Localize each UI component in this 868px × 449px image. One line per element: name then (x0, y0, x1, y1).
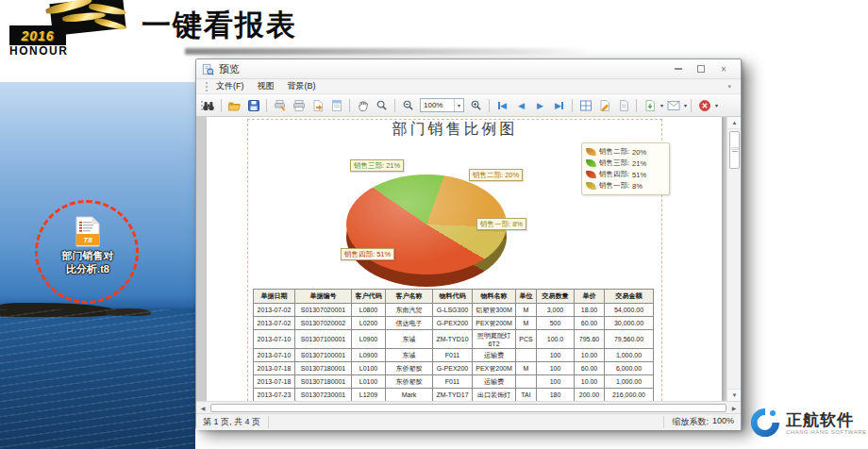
scroll-left-icon[interactable]: ◀ (196, 402, 209, 413)
maximize-button[interactable] (690, 62, 712, 76)
page-setup-button[interactable] (327, 96, 345, 114)
single-page-icon (617, 99, 630, 112)
last-page-button[interactable]: ▶ (550, 96, 568, 114)
zoom-window-button[interactable] (373, 96, 391, 114)
page-title: 一键看报表 (142, 6, 297, 45)
single-page-button[interactable] (614, 96, 632, 114)
open-folder-icon (227, 99, 242, 112)
open-button[interactable] (225, 96, 243, 114)
pie-callout-sales4: 销售四部: 51% (341, 248, 394, 260)
multipage-view-button[interactable] (576, 96, 594, 114)
vendor-name: 正航软件 (786, 411, 867, 429)
table-row: 2013-07-10S01307100001L0900东诚ZM-TYD10照明庭… (254, 330, 654, 349)
first-page-icon (498, 102, 500, 109)
horizontal-scroll-thumb[interactable] (210, 404, 726, 412)
page-setup-icon (330, 99, 343, 112)
menu-view[interactable]: 视图 (258, 80, 275, 92)
vendor-logo: 正航软件 CHANG HANG SOFTWARE (749, 407, 867, 439)
close-dropdown-icon[interactable]: ▾ (715, 102, 718, 108)
highlight-annotation-circle (35, 200, 139, 304)
close-icon: × (721, 64, 726, 75)
menu-background[interactable]: 背景(B) (288, 80, 316, 92)
toolbar-separator (636, 99, 637, 112)
zoom-out-button[interactable] (399, 96, 417, 114)
report-title: 部门销售比例图 (247, 120, 662, 140)
toolbar-separator (349, 99, 350, 112)
email-icon (667, 100, 680, 111)
toolbar: 100% ▾ ◀ ◀ ▶ ▶ ▾ ▾ ▾ (196, 94, 741, 117)
find-icon (202, 99, 215, 112)
scroll-up-icon[interactable]: ▲ (727, 117, 741, 129)
pan-button[interactable] (354, 96, 372, 114)
legend-item: 销售二部:20% (586, 146, 665, 158)
window-titlebar: 预览 × (196, 59, 741, 79)
email-button[interactable] (664, 96, 682, 114)
save-button[interactable] (244, 96, 262, 114)
event-logo: 2016 HONOUR (8, 0, 140, 57)
close-button[interactable]: × (712, 62, 735, 76)
window-shadow (185, 48, 591, 55)
logo-word: HONOUR (9, 44, 68, 58)
first-page-button[interactable]: ◀ (493, 96, 511, 114)
pan-hand-icon (357, 99, 370, 112)
vertical-scrollbar[interactable]: ▲ ▼ (726, 117, 741, 401)
toolbar-grip (206, 82, 209, 91)
quick-print-button[interactable] (309, 96, 326, 114)
logo-year-box: 2016 (9, 25, 66, 45)
toolbar-separator (221, 99, 222, 112)
next-page-button[interactable]: ▶ (531, 96, 549, 114)
print-setup-button[interactable] (271, 96, 289, 114)
next-page-icon: ▶ (537, 101, 543, 110)
print-icon (292, 99, 306, 112)
scroll-down-icon[interactable]: ▼ (727, 389, 741, 401)
edit-watermark-button[interactable] (595, 96, 613, 114)
menu-file[interactable]: 文件(F) (216, 80, 244, 92)
maximize-icon (697, 65, 705, 73)
logo-year: 2016 (21, 28, 54, 43)
export-dropdown-icon[interactable]: ▾ (660, 102, 663, 108)
table-row: 2013-07-23S01307230001L1209MarkZM-TYD17出… (254, 389, 654, 402)
menu-bar: 文件(F) 视图 背景(B) ▾ (196, 79, 741, 94)
zoom-factor-value: 100% (712, 416, 734, 428)
print-button[interactable] (290, 96, 308, 114)
toolbar-separator (572, 99, 573, 112)
export-button[interactable] (641, 96, 659, 114)
zoom-window-icon (376, 99, 388, 111)
chart-legend: 销售二部:20% 销售三部:21% 销售四部:51% 销售一部:8% (581, 142, 670, 195)
report-page: 部门销售比例图 销售二部:20% 销售三部:21% 销售四部:51% 销售一部:… (207, 117, 722, 401)
scroll-right-icon[interactable]: ▶ (727, 402, 741, 413)
zoom-in-icon (470, 99, 482, 111)
legend-swatch-orange (586, 148, 596, 156)
export-icon (643, 99, 657, 112)
table-row: 2013-07-10S01307100001L0900东诚F011运输费1001… (254, 349, 654, 362)
menu-overflow-icon[interactable]: ▾ (727, 83, 731, 91)
table-header-row: 单据日期单据编号客户代码客户名称物料代码物料名称单位交易数量单价交易金额 (254, 290, 654, 304)
pie-callout-sales2: 销售二部: 20% (469, 169, 523, 181)
zoom-level-value: 100% (421, 101, 454, 109)
zoom-in-button[interactable] (467, 96, 485, 114)
find-button[interactable] (199, 96, 217, 114)
vendor-swirl-icon (749, 407, 781, 439)
legend-swatch-yellow (586, 182, 596, 190)
legend-swatch-red (586, 171, 596, 178)
toolbar-separator (691, 99, 692, 112)
close-preview-button[interactable] (695, 96, 713, 114)
combo-dropdown-icon[interactable]: ▾ (454, 99, 463, 111)
page-indicator: 第 1 页, 共 4 页 (203, 416, 269, 428)
preview-content-area: 部门销售比例图 销售二部:20% 销售三部:21% 销售四部:51% 销售一部:… (196, 117, 741, 401)
prev-page-button[interactable]: ◀ (512, 96, 530, 114)
vertical-scroll-thumb[interactable] (729, 131, 740, 169)
minimize-icon (675, 68, 682, 70)
table-row: 2013-07-18S01307180001L0100东侨塑胶F011运输费10… (254, 375, 654, 389)
minimize-button[interactable] (667, 62, 690, 76)
email-dropdown-icon[interactable]: ▾ (684, 102, 687, 108)
zoom-level-combobox[interactable]: 100% ▾ (420, 98, 464, 112)
sales-detail-table: 单据日期单据编号客户代码客户名称物料代码物料名称单位交易数量单价交易金额 201… (253, 289, 654, 401)
legend-swatch-green (586, 159, 596, 167)
table-row: 2013-07-18S01307180001L0100东侨塑胶G-PEX200P… (254, 362, 654, 375)
last-page-icon (561, 102, 563, 109)
horizontal-scrollbar[interactable]: ◀ ▶ (196, 401, 741, 413)
pie-callout-sales3: 销售三部: 21% (350, 159, 404, 172)
vendor-subtitle: CHANG HANG SOFTWARE (786, 429, 867, 435)
legend-item: 销售三部:21% (586, 158, 665, 169)
